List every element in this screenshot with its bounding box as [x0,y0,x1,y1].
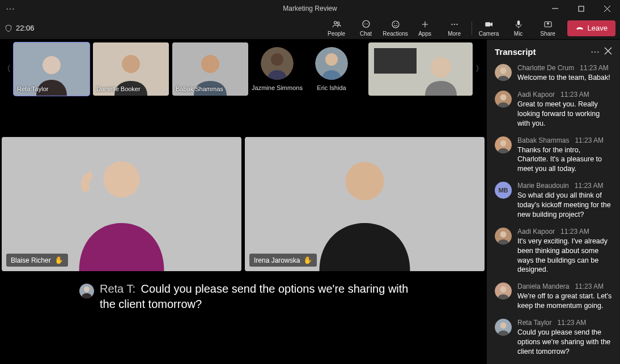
main-video-grid: Blaise Richer ✋ Irena Jarowska ✋ [0,99,486,271]
window-title: Marketing Review [283,5,337,12]
transcript-text: Great to meet you. Really looking forwar… [517,100,612,129]
video-stage: 〈 Reta Taylor Danielle Booker Babak Sham… [0,40,486,364]
avatar: MB [495,182,512,199]
participant-name: Jazmine Simmons [252,84,303,91]
roster-mini[interactable]: Jazmine Simmons [252,47,303,91]
roster-prev[interactable]: 〈 [2,64,12,74]
speaker-name: Marie Beaudouin [517,182,569,190]
window-controls [542,0,620,17]
roster-next[interactable]: 〉 [474,64,485,74]
svg-rect-10 [485,22,490,27]
reactions-icon [390,19,401,29]
svg-point-39 [500,231,507,237]
panel-title: Transcript [495,47,586,57]
plus-icon [420,19,430,29]
roster-mini[interactable]: Eric Ishida [306,47,357,91]
mic-icon [513,19,524,29]
caption-avatar [79,284,94,298]
svg-point-7 [451,24,452,25]
participant-name: Danielle Booker [96,85,141,92]
transcript-entries[interactable]: Charlotte De Crum11:23 AMWelcome to the … [487,64,620,364]
svg-point-20 [271,53,283,66]
transcript-text: So what did you all think of today's kic… [517,191,612,220]
reactions-button[interactable]: Reactions [381,17,410,40]
participant-name: Reta Taylor [17,85,48,92]
svg-point-4 [392,21,399,28]
roster-tile[interactable]: Babak Shammas [172,42,248,96]
avatar [495,136,512,153]
leave-button[interactable]: Leave [567,20,615,36]
timestamp: 11:23 AM [575,182,604,190]
participant-name: Blaise Richer [11,256,51,264]
timestamp: 11:23 AM [575,282,604,290]
transcript-text: Thanks for the intro, Charlotte. It's a … [517,145,612,174]
camera-icon [484,19,494,29]
timestamp: 11:23 AM [560,91,589,99]
speaker-name: Reta Taylor [517,319,551,327]
transcript-entry: Daniela Mandera11:23 AMWe're off to a gr… [495,282,612,311]
transcript-entry: Aadi Kapoor11:23 AMIt's very exciting. I… [495,228,612,275]
transcript-text: It's very exciting. I've already been th… [517,237,612,275]
raised-hand-icon: ✋ [54,256,63,264]
svg-point-43 [500,323,507,329]
participant-name: Eric Ishida [317,84,346,91]
participant-roster: 〈 Reta Taylor Danielle Booker Babak Sham… [0,40,486,99]
live-captions: Reta T: Could you please send the option… [0,271,486,322]
svg-point-33 [500,68,507,74]
avatar [495,91,512,108]
avatar [495,282,512,299]
svg-rect-11 [517,20,520,25]
avatar [495,319,512,336]
speaker-name: Babak Shammas [517,136,569,144]
camera-button[interactable]: Camera [474,17,504,40]
separator [472,22,472,35]
apps-button[interactable]: Apps [410,17,440,40]
more-button[interactable]: More [440,17,469,40]
transcript-entry: Charlotte De Crum11:23 AMWelcome to the … [495,64,612,83]
roster-tile[interactable]: Reta Taylor [14,42,90,96]
roster-corner-tile[interactable] [368,42,473,96]
app-menu-icon[interactable]: ⋯ [6,3,15,14]
participant-name: Babak Shammas [176,85,223,92]
avatar [495,64,512,81]
main-video-tile[interactable]: Irena Jarowska ✋ [245,137,485,271]
speaker-name: Aadi Kapoor [517,228,555,235]
close-button[interactable] [594,0,620,17]
svg-point-25 [431,57,451,78]
more-icon [449,19,460,29]
shield-icon [5,24,12,32]
svg-point-37 [500,140,507,146]
timestamp: 11:23 AM [580,64,609,72]
svg-point-6 [396,23,397,24]
meeting-timer: 22:06 [5,24,35,32]
chat-button[interactable]: Chat [351,17,381,40]
svg-point-16 [122,55,140,73]
panel-more-button[interactable]: ⋯ [591,46,600,57]
transcript-text: Welcome to the team, Babak! [517,73,612,83]
transcript-entry: Babak Shammas11:23 AMThanks for the intr… [495,136,612,174]
panel-close-button[interactable] [604,47,612,57]
svg-point-2 [337,22,339,24]
share-button[interactable]: Share [533,17,563,40]
meeting-toolbar: 22:06 People Chat Reactions Apps More Ca… [0,17,620,40]
participant-tag: Irena Jarowska ✋ [249,254,317,267]
roster-tile[interactable]: Danielle Booker [93,42,169,96]
transcript-entry: Reta Taylor11:23 AMCould you please send… [495,319,612,357]
svg-point-1 [334,22,337,24]
raised-hand-icon: ✋ [303,256,312,264]
people-button[interactable]: People [322,17,351,40]
maximize-button[interactable] [568,0,594,17]
participant-tag: Blaise Richer ✋ [6,254,68,267]
svg-point-31 [84,286,90,292]
minimize-button[interactable] [542,0,568,17]
speaker-name: Daniela Mandera [517,282,569,290]
svg-point-41 [500,286,507,293]
avatar [495,228,512,245]
svg-point-8 [453,24,455,25]
transcript-entry: MBMarie Beaudouin11:23 AMSo what did you… [495,182,612,220]
transcript-text: We're off to a great start. Let's keep t… [517,292,612,311]
main-video-tile[interactable]: Blaise Richer ✋ [2,137,241,271]
mic-button[interactable]: Mic [504,17,533,40]
svg-point-35 [500,94,507,100]
meeting-content: 〈 Reta Taylor Danielle Booker Babak Sham… [0,40,620,364]
